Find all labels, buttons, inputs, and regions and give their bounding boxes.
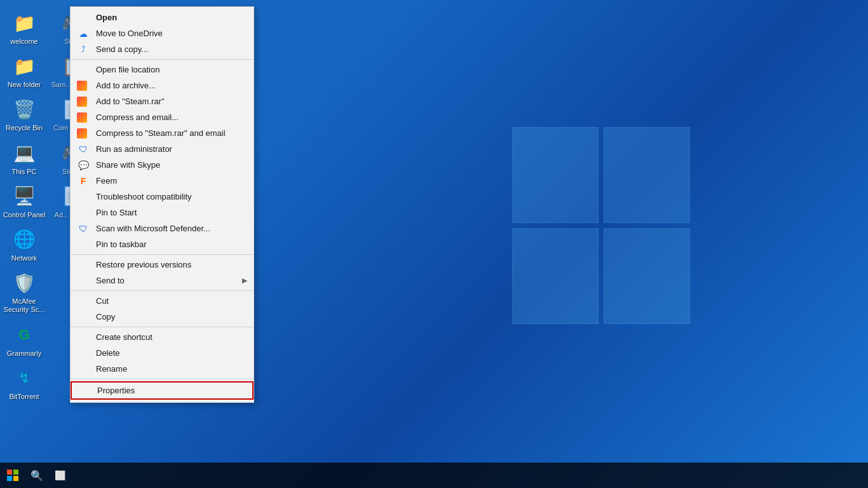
compress-email-label: Compress and email... [96, 112, 179, 122]
send-to-arrow-icon: ▶ [242, 276, 247, 285]
send-a-copy-label: Send a copy... [96, 44, 148, 54]
menu-item-compress-steam-email[interactable]: Compress to "Steam.rar" and email [71, 125, 254, 141]
context-menu: Open ☁ Move to OneDrive ⤴ Send a copy...… [70, 6, 254, 403]
separator-4 [71, 327, 254, 327]
compress-steam-email-label: Compress to "Steam.rar" and email [96, 128, 226, 138]
desktop-icon-network[interactable]: 🌐 Network [0, 223, 48, 266]
troubleshoot-label: Troubleshoot compatibility [96, 192, 192, 201]
scan-defender-label: Scan with Microsoft Defender... [96, 224, 210, 233]
desktop-icons-column1: 📁 welcome 📁 New folder 🗑️ Recycle Bin 💻 … [0, 6, 48, 405]
menu-item-cut[interactable]: Cut [71, 293, 254, 309]
open-file-location-label: Open file location [96, 65, 159, 74]
menu-item-feem[interactable]: F Feem [71, 173, 254, 189]
uac-shield-icon: 🛡 [77, 143, 90, 156]
menu-item-restore-versions[interactable]: Restore previous versions [71, 257, 254, 273]
desktop-icon-grammarly[interactable]: G Grammarly [0, 318, 48, 362]
feem-icon: F [77, 175, 90, 187]
control-panel-icon: 🖥️ [11, 184, 37, 209]
menu-item-scan-defender[interactable]: 🛡 Scan with Microsoft Defender... [71, 220, 254, 236]
welcome-icon: 📁 [11, 10, 37, 36]
pin-taskbar-label: Pin to taskbar [96, 240, 147, 249]
start-button[interactable] [0, 463, 25, 488]
copy-label: Copy [96, 312, 115, 322]
menu-item-move-to-onedrive[interactable]: ☁ Move to OneDrive [71, 25, 254, 41]
properties-label: Properties [97, 386, 135, 395]
create-shortcut-label: Create shortcut [96, 332, 153, 342]
svg-rect-3 [13, 476, 18, 481]
grammarly-label: Grammarly [7, 349, 41, 358]
menu-item-open-file-location[interactable]: Open file location [71, 62, 254, 78]
windows-logo-background [512, 127, 690, 324]
rar-icon-3 [77, 112, 87, 123]
menu-item-run-as-admin[interactable]: 🛡 Run as administrator [71, 141, 254, 157]
boxarrow-icon: ⤴ [77, 43, 90, 56]
menu-item-properties[interactable]: Properties [71, 381, 254, 400]
separator-5 [71, 379, 254, 379]
task-view-button[interactable]: ⬜ [48, 464, 71, 487]
menu-item-delete[interactable]: Delete [71, 345, 254, 361]
recycle-bin-icon: 🗑️ [11, 97, 37, 122]
svg-rect-0 [7, 470, 12, 475]
onedrive-icon: ☁ [77, 27, 90, 40]
separator-1 [71, 59, 254, 60]
menu-item-share-skype[interactable]: 💬 Share with Skype [71, 157, 254, 173]
windows-start-icon [7, 470, 18, 481]
network-icon: 🌐 [11, 227, 37, 252]
control-panel-label: Control Panel [3, 211, 46, 219]
move-to-onedrive-label: Move to OneDrive [96, 29, 163, 38]
search-button[interactable]: 🔍 [25, 464, 48, 487]
this-pc-label: This PC [11, 168, 36, 176]
desktop-icon-welcome[interactable]: 📁 welcome [0, 6, 48, 50]
rar-icon-4 [77, 128, 87, 139]
desktop-icon-recycle-bin[interactable]: 🗑️ Recycle Bin [0, 93, 48, 136]
new-folder-label: New folder [8, 81, 41, 89]
rar-icon-1 [77, 81, 87, 91]
add-to-steam-rar-label: Add to "Steam.rar" [96, 97, 165, 106]
desktop-icon-new-folder[interactable]: 📁 New folder [0, 50, 48, 93]
share-skype-label: Share with Skype [96, 160, 160, 170]
this-pc-icon: 💻 [11, 140, 37, 166]
separator-2 [71, 254, 254, 255]
bittorrent-icon: ↯ [11, 365, 37, 391]
desktop-icon-bittorrent[interactable]: ↯ BitTorrent [0, 362, 48, 405]
defender-icon: 🛡 [77, 222, 90, 235]
menu-item-pin-to-start[interactable]: Pin to Start [71, 205, 254, 220]
svg-rect-1 [13, 470, 18, 475]
menu-item-troubleshoot[interactable]: Troubleshoot compatibility [71, 189, 254, 205]
desktop-icon-control-panel[interactable]: 🖥️ Control Panel [0, 180, 48, 223]
menu-item-create-shortcut[interactable]: Create shortcut [71, 329, 254, 345]
delete-label: Delete [96, 348, 120, 358]
add-to-archive-label: Add to archive... [96, 81, 156, 90]
separator-3 [71, 290, 254, 291]
rename-label: Rename [96, 364, 127, 374]
taskbar[interactable]: 🔍 ⬜ [0, 463, 868, 488]
menu-item-send-to[interactable]: Send to ▶ [71, 273, 254, 288]
search-icon: 🔍 [31, 470, 43, 482]
menu-item-rename[interactable]: Rename [71, 361, 254, 377]
menu-item-pin-taskbar[interactable]: Pin to taskbar [71, 236, 254, 252]
menu-item-compress-email[interactable]: Compress and email... [71, 109, 254, 125]
run-as-admin-label: Run as administrator [96, 144, 172, 154]
pin-to-start-label: Pin to Start [96, 208, 137, 217]
menu-item-open[interactable]: Open [71, 10, 254, 25]
menu-item-add-to-steam-rar[interactable]: Add to "Steam.rar" [71, 93, 254, 109]
menu-item-send-a-copy[interactable]: ⤴ Send a copy... [71, 41, 254, 57]
open-label: Open [96, 13, 117, 22]
new-folder-icon: 📁 [11, 53, 37, 79]
svg-rect-2 [7, 476, 12, 481]
send-to-label: Send to [96, 276, 125, 285]
cut-label: Cut [96, 296, 109, 306]
skype-icon: 💬 [77, 159, 90, 172]
rar-icon-2 [77, 97, 87, 107]
welcome-label: welcome [10, 37, 37, 46]
mcafee-icon: 🛡️ [11, 270, 37, 295]
bittorrent-label: BitTorrent [9, 393, 39, 401]
mcafee-label: McAfee Security Sc... [3, 297, 46, 314]
grammarly-icon: G [11, 322, 37, 348]
restore-versions-label: Restore previous versions [96, 260, 191, 269]
network-label: Network [11, 254, 37, 262]
menu-item-copy[interactable]: Copy [71, 309, 254, 325]
desktop-icon-this-pc[interactable]: 💻 This PC [0, 137, 48, 180]
menu-item-add-to-archive[interactable]: Add to archive... [71, 78, 254, 93]
desktop-icon-mcafee[interactable]: 🛡️ McAfee Security Sc... [0, 266, 48, 318]
